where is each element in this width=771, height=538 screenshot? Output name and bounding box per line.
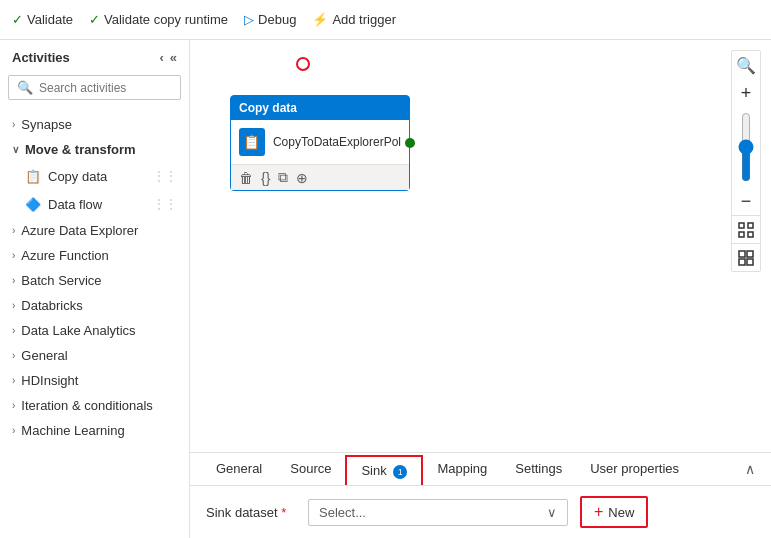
debug-button[interactable]: ▷ Debug xyxy=(244,12,296,27)
toolbar: ✓ Validate ✓ Validate copy runtime ▷ Deb… xyxy=(0,0,771,40)
sink-dataset-label: Sink dataset * xyxy=(206,505,296,520)
sidebar-item-move-transform[interactable]: ∨ Move & transform xyxy=(0,137,189,162)
sidebar-item-copy-data[interactable]: 📋 Copy data ⋮⋮ xyxy=(0,162,189,190)
chevron-down-icon: ∨ xyxy=(12,144,19,155)
sidebar-item-batch-service[interactable]: › Batch Service xyxy=(0,268,189,293)
data-flow-icon: 🔷 xyxy=(24,195,42,213)
add-trigger-button[interactable]: ⚡ Add trigger xyxy=(312,12,396,27)
node-actions: 🗑 {} ⧉ ⊕ xyxy=(231,164,409,190)
node-header: Copy data xyxy=(231,96,409,120)
chevron-right-gen-icon: › xyxy=(12,350,15,361)
zoom-in-button[interactable]: + xyxy=(732,79,760,107)
validate-button[interactable]: ✓ Validate xyxy=(12,12,73,27)
new-dataset-button[interactable]: + New xyxy=(580,496,648,528)
canvas[interactable]: Copy data 📋 CopyToDataExplorerPol 🗑 {} ⧉… xyxy=(190,40,771,452)
fit-to-screen-button[interactable] xyxy=(732,215,760,243)
sidebar-item-azure-data-explorer[interactable]: › Azure Data Explorer xyxy=(0,218,189,243)
zoom-slider[interactable] xyxy=(732,112,760,182)
collapse-all-icon[interactable]: « xyxy=(170,50,177,65)
chevron-right-ade-icon: › xyxy=(12,225,15,236)
tab-settings[interactable]: Settings xyxy=(501,453,576,486)
check-copy-icon: ✓ xyxy=(89,12,100,27)
svg-rect-5 xyxy=(747,251,753,257)
zoom-out-button[interactable]: − xyxy=(732,187,760,215)
svg-rect-1 xyxy=(748,223,753,228)
required-marker: * xyxy=(281,505,286,520)
validate-copy-button[interactable]: ✓ Validate copy runtime xyxy=(89,12,228,27)
sidebar-item-databricks[interactable]: › Databricks xyxy=(0,293,189,318)
chevron-right-iter-icon: › xyxy=(12,400,15,411)
chevron-right-bs-icon: › xyxy=(12,275,15,286)
collapse-icon[interactable]: ‹ xyxy=(159,50,163,65)
node-error-indicator xyxy=(296,57,310,71)
tab-general[interactable]: General xyxy=(202,453,276,486)
main-content: Activities ‹ « 🔍 › Synapse ∨ Move & tran… xyxy=(0,40,771,538)
sidebar-collapse-controls[interactable]: ‹ « xyxy=(159,50,177,65)
sink-content: Sink dataset * Select... ∨ + New xyxy=(190,486,771,538)
sidebar-item-azure-function[interactable]: › Azure Function xyxy=(0,243,189,268)
sidebar-item-data-flow[interactable]: 🔷 Data flow ⋮⋮ xyxy=(0,190,189,218)
copy-data-node[interactable]: Copy data 📋 CopyToDataExplorerPol 🗑 {} ⧉… xyxy=(230,95,410,191)
bottom-panel: General Source Sink 1 Mapping Settings U… xyxy=(190,452,771,538)
tab-source[interactable]: Source xyxy=(276,453,345,486)
search-input[interactable] xyxy=(39,81,189,95)
sidebar-title: Activities ‹ « xyxy=(0,40,189,71)
svg-rect-4 xyxy=(739,251,745,257)
grid-view-button[interactable] xyxy=(732,243,760,271)
drag-handle-dataflow-icon: ⋮⋮ xyxy=(153,197,177,211)
node-copy-icon[interactable]: ⧉ xyxy=(278,169,288,186)
sidebar: Activities ‹ « 🔍 › Synapse ∨ Move & tran… xyxy=(0,40,190,538)
chevron-right-dla-icon: › xyxy=(12,325,15,336)
svg-rect-0 xyxy=(739,223,744,228)
tabs-bar: General Source Sink 1 Mapping Settings U… xyxy=(190,453,771,486)
zoom-slider-container xyxy=(732,107,760,187)
svg-rect-2 xyxy=(739,232,744,237)
node-connection-dot xyxy=(405,138,415,148)
node-code-icon[interactable]: {} xyxy=(261,170,270,186)
svg-rect-7 xyxy=(747,259,753,265)
sidebar-item-iteration[interactable]: › Iteration & conditionals xyxy=(0,393,189,418)
fit-screen-icon xyxy=(738,222,754,238)
chevron-right-ml-icon: › xyxy=(12,425,15,436)
copy-data-icon: 📋 xyxy=(24,167,42,185)
zoom-controls: 🔍 + − xyxy=(731,50,761,272)
sidebar-item-machine-learning[interactable]: › Machine Learning xyxy=(0,418,189,443)
sidebar-item-hdinsight[interactable]: › HDInsight xyxy=(0,368,189,393)
search-icon: 🔍 xyxy=(17,80,33,95)
grid-icon xyxy=(738,250,754,266)
zoom-search-button[interactable]: 🔍 xyxy=(732,51,760,79)
trigger-icon: ⚡ xyxy=(312,12,328,27)
play-icon: ▷ xyxy=(244,12,254,27)
chevron-right-af-icon: › xyxy=(12,250,15,261)
tab-sink[interactable]: Sink 1 xyxy=(345,455,423,485)
svg-rect-3 xyxy=(748,232,753,237)
node-delete-icon[interactable]: 🗑 xyxy=(239,170,253,186)
chevron-right-icon: › xyxy=(12,119,15,130)
node-label: CopyToDataExplorerPol xyxy=(273,135,401,149)
panel-collapse-button[interactable]: ∧ xyxy=(741,457,759,481)
chevron-right-db-icon: › xyxy=(12,300,15,311)
tab-user-properties[interactable]: User properties xyxy=(576,453,693,486)
node-icon: 📋 xyxy=(239,128,265,156)
right-panel: Copy data 📋 CopyToDataExplorerPol 🗑 {} ⧉… xyxy=(190,40,771,538)
drag-handle-icon: ⋮⋮ xyxy=(153,169,177,183)
sink-dataset-select[interactable]: Select... ∨ xyxy=(308,499,568,526)
plus-icon: + xyxy=(594,503,603,521)
sidebar-item-synapse[interactable]: › Synapse xyxy=(0,112,189,137)
node-link-icon[interactable]: ⊕ xyxy=(296,170,308,186)
search-box[interactable]: 🔍 xyxy=(8,75,181,100)
sidebar-item-data-lake-analytics[interactable]: › Data Lake Analytics xyxy=(0,318,189,343)
tab-mapping[interactable]: Mapping xyxy=(423,453,501,486)
sink-badge: 1 xyxy=(393,465,407,479)
sidebar-group-synapse: › Synapse ∨ Move & transform 📋 Copy data… xyxy=(0,108,189,447)
node-body: 📋 CopyToDataExplorerPol xyxy=(231,120,409,164)
svg-rect-6 xyxy=(739,259,745,265)
chevron-right-hdi-icon: › xyxy=(12,375,15,386)
check-icon: ✓ xyxy=(12,12,23,27)
sidebar-item-general[interactable]: › General xyxy=(0,343,189,368)
dropdown-chevron-icon: ∨ xyxy=(547,505,557,520)
